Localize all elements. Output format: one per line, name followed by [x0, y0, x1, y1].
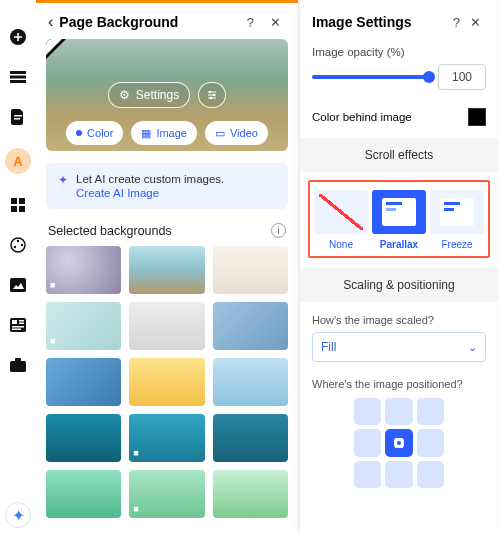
back-button[interactable]: ‹ [48, 13, 53, 31]
scale-select[interactable]: Fill ⌄ [312, 332, 486, 362]
ai-design-icon[interactable]: A [5, 148, 31, 174]
svg-rect-3 [10, 80, 26, 83]
color-behind-label: Color behind image [312, 111, 412, 123]
ai-suggestion-card: ✦ Let AI create custom images. Create AI… [46, 163, 288, 209]
scaling-header: Scaling & positioning [300, 268, 498, 302]
adjust-button[interactable] [198, 82, 226, 108]
svg-rect-9 [19, 206, 25, 212]
svg-rect-2 [10, 76, 26, 79]
svg-rect-1 [10, 71, 26, 74]
svg-rect-20 [12, 329, 21, 331]
video-tab[interactable]: ▭Video [205, 121, 268, 145]
settings-help-button[interactable]: ? [448, 15, 465, 30]
background-thumb[interactable] [46, 414, 121, 462]
page-background-panel: ‹ Page Background ? ✕ ⚙ Settings Color ▦… [36, 0, 298, 533]
selected-backgrounds-label: Selected backgrounds [48, 224, 172, 238]
settings-close-button[interactable]: ✕ [465, 15, 486, 30]
svg-rect-18 [19, 323, 24, 325]
svg-point-24 [213, 94, 215, 96]
svg-point-11 [17, 240, 19, 242]
color-behind-swatch[interactable] [468, 108, 486, 126]
color-tab[interactable]: Color [66, 121, 123, 145]
scroll-effects-header: Scroll effects [300, 138, 498, 172]
svg-rect-21 [10, 361, 26, 372]
background-thumb[interactable]: ■ [129, 470, 204, 518]
opacity-label: Image opacity (%) [312, 46, 486, 58]
settings-title: Image Settings [312, 14, 448, 30]
background-thumb[interactable] [46, 470, 121, 518]
svg-rect-14 [10, 278, 26, 292]
backgrounds-grid: ■ ■ ■ ■ [36, 246, 298, 528]
content-icon[interactable] [9, 316, 27, 334]
add-icon[interactable] [9, 28, 27, 46]
sections-icon[interactable] [9, 68, 27, 86]
background-thumb[interactable] [129, 246, 204, 294]
background-thumb[interactable]: ■ [46, 302, 121, 350]
chevron-down-icon: ⌄ [468, 341, 477, 354]
video-icon: ▭ [215, 127, 225, 140]
scroll-effect-freeze[interactable]: Freeze [430, 190, 484, 250]
background-preview: ⚙ Settings Color ▦Image ▭Video [46, 39, 288, 151]
svg-rect-8 [11, 206, 17, 212]
svg-rect-5 [14, 118, 20, 120]
svg-rect-7 [19, 198, 25, 204]
svg-rect-16 [12, 320, 17, 324]
business-icon[interactable] [9, 356, 27, 374]
video-badge-icon: ■ [50, 336, 55, 346]
spark-icon: ✦ [58, 173, 68, 199]
left-rail: A [0, 0, 36, 533]
color-dot-icon [76, 130, 82, 136]
opacity-input[interactable]: 100 [438, 64, 486, 90]
info-icon[interactable]: i [271, 223, 286, 238]
image-icon: ▦ [141, 127, 151, 140]
scroll-effect-parallax[interactable]: Parallax [372, 190, 426, 250]
video-badge-icon: ■ [133, 504, 138, 514]
position-label: Where's the image positioned? [300, 362, 498, 398]
svg-rect-17 [19, 320, 24, 322]
scale-label: How's the image scaled? [300, 302, 498, 332]
background-thumb[interactable] [46, 358, 121, 406]
background-thumb[interactable] [213, 470, 288, 518]
media-icon[interactable] [9, 276, 27, 294]
svg-rect-6 [11, 198, 17, 204]
svg-point-13 [14, 246, 16, 248]
svg-point-23 [209, 91, 211, 93]
background-thumb[interactable] [129, 302, 204, 350]
svg-point-12 [21, 244, 23, 246]
svg-rect-19 [12, 326, 24, 328]
settings-button[interactable]: ⚙ Settings [108, 82, 190, 108]
help-button[interactable]: ? [242, 15, 259, 30]
create-ai-image-link[interactable]: Create AI Image [76, 187, 224, 199]
background-thumb[interactable]: ■ [46, 246, 121, 294]
scroll-effect-none[interactable]: None [314, 190, 368, 250]
background-thumb[interactable] [213, 414, 288, 462]
background-thumb[interactable] [213, 246, 288, 294]
background-thumb[interactable]: ■ [129, 414, 204, 462]
apps-icon[interactable] [9, 196, 27, 214]
panel-title: Page Background [59, 14, 235, 30]
image-tab[interactable]: ▦Image [131, 121, 197, 145]
background-thumb[interactable] [129, 358, 204, 406]
position-center[interactable] [385, 429, 412, 456]
svg-point-25 [210, 97, 212, 99]
theme-icon[interactable] [9, 236, 27, 254]
page-icon[interactable] [9, 108, 27, 126]
close-button[interactable]: ✕ [265, 15, 286, 30]
opacity-slider[interactable] [312, 75, 430, 79]
gear-icon: ⚙ [119, 88, 130, 102]
ai-spark-fab[interactable]: ✦ [5, 502, 31, 528]
svg-rect-22 [15, 358, 21, 362]
image-settings-panel: Image Settings ? ✕ Image opacity (%) 100… [300, 0, 498, 533]
sliders-icon [206, 89, 218, 101]
background-thumb[interactable] [213, 302, 288, 350]
background-thumb[interactable] [213, 358, 288, 406]
video-badge-icon: ■ [50, 280, 55, 290]
svg-rect-4 [14, 115, 22, 117]
position-grid[interactable] [354, 398, 444, 488]
scroll-effects-group: None Parallax Freeze [308, 180, 490, 258]
video-badge-icon: ■ [133, 448, 138, 458]
